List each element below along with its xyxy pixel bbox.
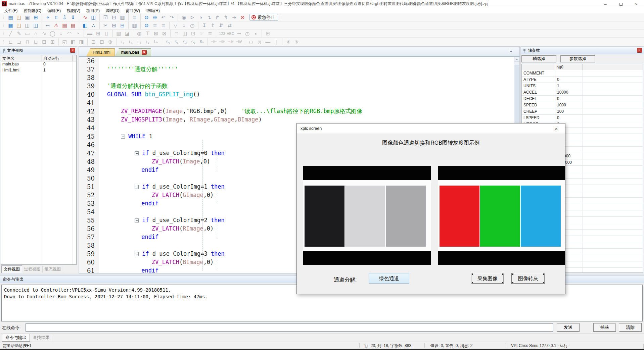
contact-closed-icon[interactable]: ⊣⊩	[218, 38, 226, 45]
download-view-icon[interactable]: ◫	[23, 22, 32, 29]
file-list-col-name[interactable]: 文件名	[1, 55, 42, 61]
oscilloscope-icon[interactable]: ∿	[81, 14, 89, 21]
lock-rom-icon[interactable]: ⊠	[160, 30, 169, 37]
axis-param-row[interactable]: COMMENT	[522, 70, 643, 77]
draw-polygon-icon[interactable]: ⌂	[32, 30, 40, 37]
task-monitor-icon[interactable]: ∴	[89, 22, 98, 29]
ram-chip-icon[interactable]: ▤	[60, 22, 69, 29]
center-screen-icon[interactable]: ⊕	[106, 38, 114, 45]
toolbar-handle-icon[interactable]: ⋮	[2, 40, 5, 44]
paste-icon[interactable]: ⊟	[118, 22, 127, 29]
bring-front-icon[interactable]: ⊡	[89, 38, 98, 45]
same-width-icon[interactable]: ◧	[69, 38, 77, 45]
timer-icon[interactable]: ◷	[188, 22, 196, 29]
bus-state-icon[interactable]: ◫	[89, 14, 98, 21]
coil-set-icon[interactable]: (/)	[255, 38, 264, 45]
download-rom-icon[interactable]: ⇓	[69, 14, 77, 21]
layer-l0-icon[interactable]: L₀	[118, 38, 127, 45]
tab-scroll-icon[interactable]: ▼	[509, 50, 513, 53]
clock-widget-icon[interactable]: ◷	[243, 30, 251, 37]
axis-param-row[interactable]: SPEED1000	[522, 102, 643, 108]
menu-item-3[interactable]: 视图(V)	[64, 8, 83, 14]
close-button[interactable]: ×	[629, 0, 644, 8]
scope-window-icon[interactable]: ◧	[81, 22, 89, 29]
align-bottom-icon[interactable]: ⊔	[32, 38, 40, 45]
output-tab-0[interactable]: 命令与输出	[2, 334, 30, 342]
contact-rise-icon[interactable]: ⊣⊮	[226, 38, 235, 45]
io-widget-icon[interactable]: ⊸	[235, 30, 243, 37]
stop-icon[interactable]: ⊘	[238, 14, 247, 21]
menu-item-4[interactable]: 项目(P)	[83, 8, 103, 14]
import-icon[interactable]: ↧	[200, 22, 209, 29]
disconnect-icon[interactable]: ⌗	[52, 14, 60, 21]
center-horizontal-icon[interactable]: ⊟	[40, 38, 48, 45]
axis-param-row[interactable]: DECEL0	[522, 96, 643, 102]
fold-collapse-icon[interactable]	[135, 185, 139, 189]
pin-icon[interactable]	[523, 48, 526, 53]
draw-rect-icon[interactable]: ▭	[23, 30, 32, 37]
capture-button[interactable]: 捕获	[593, 323, 616, 332]
layer-l1-icon[interactable]: L₁	[127, 38, 135, 45]
compare-view-icon[interactable]: ◫	[32, 22, 40, 29]
button-widget-icon[interactable]: ⊡	[189, 30, 197, 37]
output-tab-1[interactable]: 查找结果	[30, 334, 53, 341]
editor-tab-Hmi1.hmi[interactable]: Hmi1.hmi	[86, 48, 115, 56]
list-widget-icon[interactable]: ≣	[206, 30, 214, 37]
star-tool-2-icon[interactable]: ✳	[292, 38, 301, 45]
scroll-up-icon[interactable]: ▲	[514, 57, 519, 62]
align-right-icon[interactable]: ⊐	[15, 38, 23, 45]
ruler-icon[interactable]: ▬	[86, 30, 94, 37]
center-vertical-icon[interactable]: ⊞	[48, 38, 57, 45]
pin-icon[interactable]	[2, 48, 5, 53]
step-into-icon[interactable]: ↴	[205, 14, 213, 21]
axis-param-row[interactable]: ACCEL10000	[522, 89, 643, 96]
debug-start-icon[interactable]: ◉	[180, 14, 188, 21]
menu-item-5[interactable]: 调试(D)	[103, 8, 123, 14]
axis-param-row[interactable]: UNITS1	[522, 83, 643, 89]
redo-icon[interactable]: ↷	[168, 14, 176, 21]
v-line-icon[interactable]: |	[272, 38, 280, 45]
dialog-title-bar[interactable]: xplc screen ×	[297, 123, 565, 134]
editor-tab-main.bas[interactable]: main.bas×	[115, 48, 151, 56]
menu-item-1[interactable]: 控制器(C)	[20, 8, 44, 14]
star-tool-icon[interactable]: ✳	[284, 38, 292, 45]
layer-l2-icon[interactable]: L₂	[135, 38, 143, 45]
undo-icon[interactable]: ↶	[159, 14, 168, 21]
toolbar-handle-icon[interactable]: ⋮	[2, 31, 5, 36]
compile-check-icon[interactable]: ☑	[101, 14, 110, 21]
debug-pause-icon[interactable]: ◑	[196, 14, 205, 21]
step-out-icon[interactable]: ↰	[222, 14, 230, 21]
file-row[interactable]: main.bas0	[1, 61, 76, 67]
draw-arc-icon[interactable]: ◠	[65, 30, 74, 37]
green-channel-button[interactable]: 绿色通道	[369, 273, 409, 284]
text-frame-icon[interactable]: ▯	[102, 30, 111, 37]
sync-down-icon[interactable]: ⇵	[217, 22, 225, 29]
record-icon[interactable]: ○	[180, 22, 188, 29]
file-row[interactable]: Hmi1.hmi1	[1, 67, 76, 73]
toolbar-handle-icon[interactable]: ⋮	[2, 23, 5, 28]
save-icon[interactable]: ▣	[23, 14, 32, 21]
save-all-icon[interactable]: ⊞	[32, 14, 40, 21]
screen-sn-icon[interactable]: Sₙ	[197, 38, 206, 45]
print-icon[interactable]: ≣	[130, 14, 139, 21]
open-folder-icon[interactable]: ◰	[15, 22, 23, 29]
draw-pen-icon[interactable]: ✎	[15, 30, 23, 37]
align-left-icon[interactable]: ⊏	[6, 38, 15, 45]
transfer-icon[interactable]: ⊡	[110, 14, 118, 21]
draw-pie-icon[interactable]: ◔	[74, 30, 82, 37]
filter-icon[interactable]: ▽	[171, 22, 180, 29]
menu-item-7[interactable]: 帮助(H)	[143, 8, 163, 14]
layer-l3-icon[interactable]: L₃	[143, 38, 152, 45]
online-cmd-input[interactable]	[26, 323, 553, 332]
left-tab-1[interactable]: 过程视图	[22, 266, 43, 273]
image-to-gray-button[interactable]: 图像转灰	[511, 273, 545, 284]
same-size-icon[interactable]: ◱	[60, 38, 69, 45]
axis-param-row[interactable]: ATYPE0	[522, 77, 643, 83]
rom-chip-icon[interactable]: ▤	[69, 22, 77, 29]
gauge-widget-icon[interactable]: ◖	[251, 30, 260, 37]
emergency-stop-button[interactable]: 紧急停止	[249, 14, 278, 21]
draw-line-icon[interactable]: ╱	[6, 30, 15, 37]
controller-state-icon[interactable]: ⊷	[44, 22, 52, 29]
param-select-button[interactable]: 参数选择	[560, 55, 595, 62]
cut-icon[interactable]: ✂	[101, 22, 110, 29]
